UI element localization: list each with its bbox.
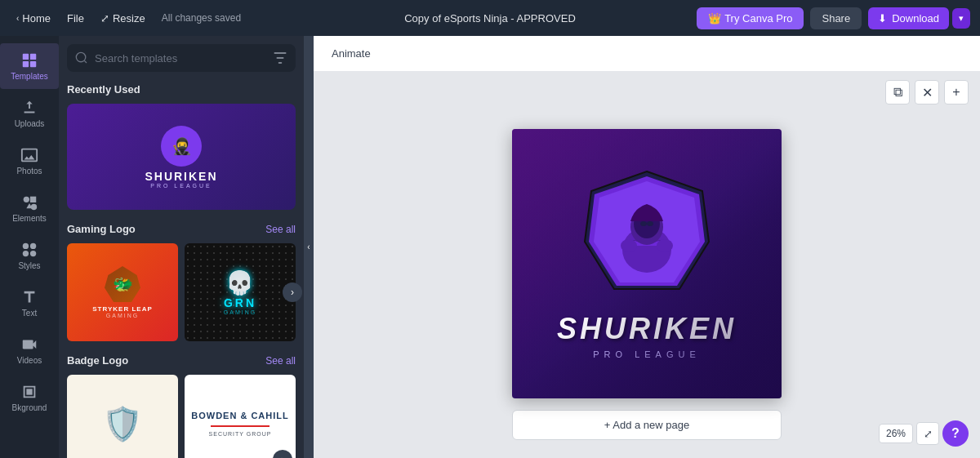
- home-label: Home: [22, 12, 51, 24]
- svg-rect-2: [23, 61, 29, 67]
- styles-icon: [20, 241, 38, 259]
- templates-panel: Recently Used 🥷 SHURIKEN PRO LEAGUE Gami…: [59, 36, 304, 458]
- svg-point-6: [31, 204, 37, 210]
- recently-used-grid: 🥷 SHURIKEN PRO LEAGUE: [67, 104, 296, 210]
- badge-logo-grid: 🛡️ BOWDEN & CAHILL SECURITY GROUP ›: [67, 375, 296, 458]
- file-button[interactable]: File: [60, 9, 91, 28]
- svg-point-7: [23, 243, 29, 249]
- try-pro-label: Try Canva Pro: [724, 12, 792, 24]
- home-button[interactable]: ‹ Home: [10, 9, 57, 28]
- topbar-center: Copy of eSports Ninja - APPROVED: [332, 12, 648, 24]
- zoom-controls: 26% ⤢ ?: [879, 420, 969, 447]
- icon-sidebar: Templates Uploads Photos Elements: [0, 36, 59, 458]
- gaming-logo-grid: 🐲 STRYKER LEAP GAMING 💀 GRN GAMING ›: [67, 243, 296, 341]
- svg-point-20: [657, 239, 673, 252]
- styles-label: Styles: [18, 261, 40, 270]
- share-label: Share: [822, 12, 850, 24]
- recently-used-header: Recently Used: [67, 83, 296, 96]
- elements-icon: [20, 193, 38, 211]
- copy-page-button[interactable]: ⧉: [885, 80, 910, 104]
- uploads-label: Uploads: [15, 119, 45, 128]
- ninja-logo: [581, 168, 712, 299]
- download-dropdown-button[interactable]: ▾: [952, 8, 970, 29]
- badge-template-card-1[interactable]: 🛡️: [67, 375, 178, 458]
- badge-shield-icon: 🛡️: [102, 405, 143, 443]
- recently-used-title: Recently Used: [67, 83, 140, 96]
- sidebar-item-styles[interactable]: Styles: [0, 233, 59, 278]
- svg-point-10: [30, 251, 36, 256]
- try-pro-button[interactable]: 👑 Try Canva Pro: [697, 7, 804, 29]
- sidebar-item-uploads[interactable]: Uploads: [0, 91, 59, 136]
- shuriken-title: SHURIKEN: [145, 170, 217, 183]
- badge-template-card-2[interactable]: BOWDEN & CAHILL SECURITY GROUP: [185, 375, 296, 458]
- elements-label: Elements: [12, 214, 47, 223]
- svg-rect-1: [30, 54, 36, 60]
- uploads-icon: [20, 99, 38, 117]
- sidebar-item-bkground[interactable]: Bkground: [0, 375, 59, 420]
- grn-template-card[interactable]: 💀 GRN GAMING: [185, 243, 296, 341]
- zoom-expand-button[interactable]: ⤢: [916, 422, 939, 445]
- shuriken-template-card[interactable]: 🥷 SHURIKEN PRO LEAGUE: [67, 104, 296, 210]
- templates-icon: [20, 51, 38, 69]
- add-page-icon-button[interactable]: +: [944, 80, 969, 104]
- delete-page-button[interactable]: ✕: [915, 80, 939, 104]
- design-subtitle: PRO LEAGUE: [593, 349, 701, 359]
- gaming-logo-see-all[interactable]: See all: [265, 224, 296, 235]
- grn-content: 💀 GRN GAMING: [224, 269, 256, 315]
- download-button[interactable]: ⬇ Download: [868, 7, 949, 29]
- download-icon: ⬇: [878, 12, 887, 24]
- sidebar-item-templates[interactable]: Templates: [0, 43, 59, 89]
- ninja-figure: 🥷: [161, 126, 202, 167]
- ninja-badge-svg: [581, 168, 712, 299]
- canvas-toolbar: Animate: [314, 36, 980, 72]
- photos-icon: [20, 146, 38, 164]
- badge-divider: [211, 425, 270, 427]
- sidebar-item-elements[interactable]: Elements: [0, 185, 59, 231]
- badge-logo-header: Badge Logo See all: [67, 354, 296, 367]
- stryker-template-card[interactable]: 🐲 STRYKER LEAP GAMING: [67, 243, 178, 341]
- file-label: File: [67, 12, 84, 24]
- add-page-button[interactable]: + Add a new page: [512, 410, 782, 440]
- sidebar-item-videos[interactable]: Videos: [0, 327, 59, 373]
- topbar-left: ‹ Home File ⤢ Resize All changes saved: [10, 9, 326, 28]
- shuriken-subtitle: PRO LEAGUE: [150, 183, 212, 189]
- help-button[interactable]: ?: [942, 420, 969, 447]
- sidebar-item-text[interactable]: Text: [0, 280, 59, 326]
- svg-rect-0: [23, 54, 29, 60]
- gaming-logo-title: Gaming Logo: [67, 223, 136, 235]
- search-input[interactable]: [95, 52, 266, 64]
- download-label: Download: [892, 12, 939, 24]
- sidebar-item-photos[interactable]: Photos: [0, 138, 59, 184]
- videos-icon: [20, 336, 38, 354]
- grn-title: GRN: [224, 296, 256, 309]
- resize-label: Resize: [113, 12, 145, 24]
- filter-icon[interactable]: [273, 51, 287, 65]
- topbar: ‹ Home File ⤢ Resize All changes saved C…: [0, 0, 980, 36]
- search-icon: [75, 51, 88, 64]
- resize-button[interactable]: ⤢ Resize: [94, 9, 152, 28]
- svg-rect-5: [30, 197, 36, 202]
- document-title: Copy of eSports Ninja - APPROVED: [404, 12, 576, 24]
- text-icon: [20, 288, 38, 306]
- svg-point-9: [23, 251, 29, 256]
- badge-title: BOWDEN & CAHILL: [191, 411, 289, 421]
- animate-button[interactable]: Animate: [325, 44, 377, 63]
- help-icon: ?: [951, 426, 960, 441]
- resize-icon: ⤢: [100, 12, 109, 24]
- share-button[interactable]: Share: [810, 7, 862, 29]
- templates-label: Templates: [11, 72, 48, 81]
- svg-point-17: [640, 221, 647, 226]
- panel-collapse-button[interactable]: ‹: [304, 36, 314, 458]
- svg-point-8: [30, 243, 36, 249]
- stryker-title: STRYKER LEAP: [92, 305, 153, 313]
- svg-point-4: [24, 197, 29, 202]
- changes-saved-status: All changes saved: [162, 12, 241, 24]
- gaming-logo-next-button[interactable]: ›: [283, 282, 302, 302]
- back-arrow-icon: ‹: [16, 14, 19, 23]
- design-canvas[interactable]: SHURIKEN PRO LEAGUE: [512, 129, 782, 398]
- badge-logo-see-all[interactable]: See all: [265, 355, 296, 367]
- badge-logo-title: Badge Logo: [67, 354, 128, 367]
- grn-skull-icon: 💀: [225, 269, 254, 296]
- grn-subtitle: GAMING: [224, 309, 256, 315]
- canvas-scroll-area[interactable]: ⧉ ✕ +: [314, 72, 980, 458]
